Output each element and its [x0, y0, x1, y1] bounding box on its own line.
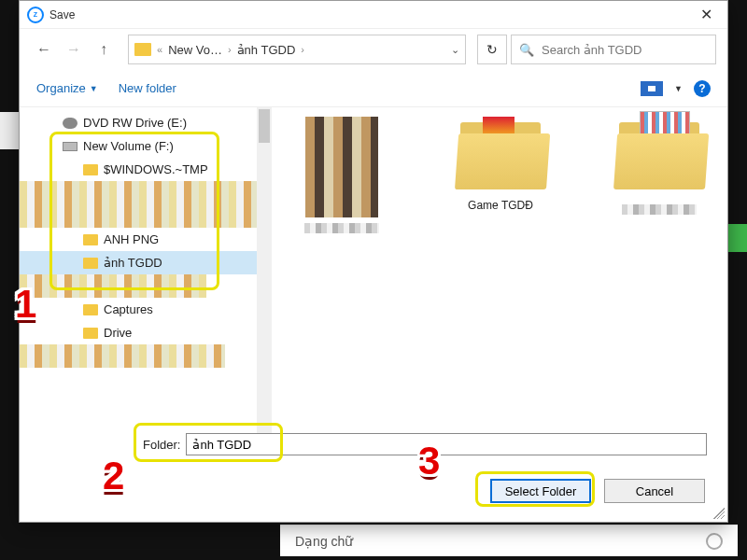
resize-grip-icon[interactable] — [713, 508, 725, 519]
underlying-label: Dạng chữ — [295, 534, 353, 549]
folder-icon — [83, 164, 98, 175]
folder-icon — [83, 328, 98, 339]
annotation-number-1: 1 — [15, 282, 50, 327]
tree-item-dvd[interactable]: DVD RW Drive (E:) — [20, 111, 272, 134]
breadcrumb-segment[interactable]: ảnh TGDD — [237, 43, 296, 57]
window-title: Save — [49, 8, 75, 21]
chevron-down-icon[interactable]: ▼ — [674, 84, 683, 93]
tree-item-windowstmp[interactable]: $WINDOWS.~TMP — [20, 158, 272, 181]
folder-content[interactable]: Game TGDĐ — [272, 107, 727, 445]
search-icon: 🔍 — [519, 43, 534, 57]
cancel-button[interactable]: Cancel — [604, 479, 705, 503]
disc-drive-icon — [63, 118, 78, 129]
folder-icon — [83, 258, 98, 269]
tree-label: New Volume (F:) — [83, 139, 174, 153]
grid-item-label: Game TGDĐ — [468, 199, 533, 212]
tree-label: $WINDOWS.~TMP — [104, 162, 208, 176]
view-mode-button[interactable] — [641, 81, 663, 96]
folder-icon — [455, 117, 546, 189]
tree-item-volume-f[interactable]: New Volume (F:) — [20, 134, 272, 158]
nav-bar: ← → ↑ « New Vo… › ảnh TGDD › ⌄ ↻ 🔍 Searc… — [20, 29, 727, 70]
annotation-number-2: 2 — [103, 454, 138, 498]
address-dropdown-icon[interactable]: ⌄ — [451, 44, 459, 56]
organize-label: Organize — [36, 81, 86, 95]
nav-up-button[interactable]: ↑ — [91, 36, 117, 63]
file-thumbnail — [305, 117, 378, 217]
chevron-down-icon: ▼ — [90, 84, 98, 93]
tree-item-obscured[interactable] — [20, 344, 225, 368]
grid-item[interactable] — [599, 117, 720, 215]
tree-item-drive[interactable]: Drive — [20, 321, 272, 344]
underlying-app-row: Dạng chữ — [280, 525, 738, 556]
toolbar: Organize ▼ New folder ▼ ? — [20, 70, 727, 107]
save-dialog: Z Save ✕ ← → ↑ « New Vo… › ảnh TGDD › ⌄ … — [19, 0, 728, 523]
bg-fragment — [0, 112, 19, 149]
new-folder-button[interactable]: New folder — [119, 81, 176, 95]
grid-item[interactable] — [281, 117, 402, 233]
chevron-right-icon: › — [301, 44, 304, 55]
breadcrumb-prefix: « — [157, 44, 162, 55]
search-input[interactable]: 🔍 Search ảnh TGDD — [511, 35, 716, 64]
scroll-thumb[interactable] — [259, 109, 270, 143]
folder-field-label: Folder: — [143, 438, 180, 452]
file-name-obscured — [622, 204, 697, 215]
tree-item-anhtgdd[interactable]: ảnh TGDD — [20, 251, 272, 274]
folder-tree: DVD RW Drive (E:) New Volume (F:) $WINDO… — [20, 107, 272, 445]
file-name-obscured — [304, 223, 379, 233]
annotation-number-3: 3 — [418, 439, 454, 483]
address-bar[interactable]: « New Vo… › ảnh TGDD › ⌄ — [128, 35, 466, 64]
button-row: Select Folder Cancel — [490, 479, 705, 503]
zalo-app-icon: Z — [27, 7, 44, 23]
bg-fragment — [728, 224, 747, 252]
hdd-icon — [63, 142, 78, 151]
tree-item-obscured[interactable] — [20, 181, 272, 204]
folder-icon — [613, 117, 705, 189]
nav-forward-button[interactable]: → — [61, 36, 87, 63]
chevron-right-icon: › — [228, 44, 232, 55]
radio-outline-icon — [706, 533, 723, 550]
close-button[interactable]: ✕ — [693, 6, 720, 23]
organize-menu[interactable]: Organize ▼ — [36, 81, 98, 95]
folder-icon — [83, 304, 98, 315]
tree-item-obscured[interactable] — [20, 204, 272, 228]
dialog-body: DVD RW Drive (E:) New Volume (F:) $WINDO… — [20, 107, 727, 445]
refresh-button[interactable]: ↻ — [477, 35, 507, 64]
grid-item-game[interactable]: Game TGDĐ — [440, 117, 561, 212]
tree-label: ANH PNG — [104, 232, 159, 246]
help-button[interactable]: ? — [694, 80, 711, 97]
tree-label: Captures — [104, 302, 153, 316]
breadcrumb-segment[interactable]: New Vo… — [168, 43, 222, 57]
tree-label: ảnh TGDD — [104, 256, 162, 270]
tree-label: DVD RW Drive (E:) — [83, 116, 187, 130]
nav-back-button[interactable]: ← — [31, 36, 57, 63]
tree-item-anhpng[interactable]: ANH PNG — [20, 228, 272, 251]
search-placeholder: Search ảnh TGDD — [542, 43, 641, 57]
tree-label: Drive — [104, 326, 132, 340]
tree-scrollbar[interactable]: ▲ ▼ — [257, 107, 272, 445]
tree-item-captures[interactable]: Captures — [20, 298, 272, 321]
folder-icon — [134, 43, 151, 56]
select-folder-button[interactable]: Select Folder — [490, 479, 591, 503]
folder-icon — [83, 234, 98, 245]
titlebar: Z Save ✕ — [20, 1, 727, 29]
